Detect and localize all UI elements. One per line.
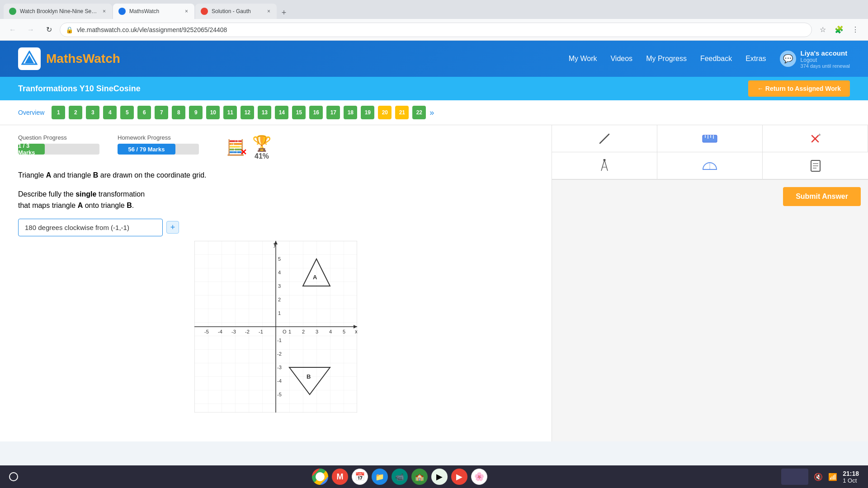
tab-3-title: Solution - Gauth (212, 8, 263, 14)
question-progress-label: Question Progress (18, 134, 99, 141)
taskbar-apps: M 📅 📁 📹 🏫 ▶ ▶ 🌸 (25, 469, 774, 485)
extensions-icon[interactable]: 🧩 (832, 23, 846, 37)
more-questions[interactable]: » (429, 108, 434, 117)
q-num-22[interactable]: 22 (412, 106, 426, 119)
url-text: vle.mathswatch.co.uk/vle/assignment/9252… (77, 26, 806, 33)
meet-app[interactable]: 📹 (392, 469, 408, 485)
tab-2[interactable]: MathsWatch × (113, 4, 194, 19)
address-bar[interactable]: 🔒 vle.mathswatch.co.uk/vle/assignment/92… (60, 23, 812, 37)
q-num-6[interactable]: 6 (137, 106, 151, 119)
tab-3[interactable]: Solution - Gauth × (195, 4, 277, 19)
svg-text:-1: -1 (277, 338, 282, 343)
tab-3-close[interactable]: × (266, 7, 271, 15)
nav-extras[interactable]: Extras (745, 55, 766, 63)
q-num-3[interactable]: 3 (86, 106, 99, 119)
q-num-17[interactable]: 17 (326, 106, 340, 119)
question-progress-value: 1 / 3 Marks (18, 144, 45, 155)
logout-link[interactable]: Logout (801, 57, 850, 63)
q-num-13[interactable]: 13 (258, 106, 271, 119)
youtube-app[interactable]: ▶ (451, 469, 467, 485)
q-num-12[interactable]: 12 (241, 106, 254, 119)
play-app[interactable]: ▶ (431, 469, 448, 485)
coordinate-grid: O x y 1 2 3 4 5 -1 -2 -3 -4 -5 1 2 (194, 241, 357, 413)
return-to-assigned-work-button[interactable]: ← Return to Assigned Work (748, 80, 850, 97)
browser-toolbar: ← → ↻ 🔒 vle.mathswatch.co.uk/vle/assignm… (0, 19, 868, 41)
taskbar-preview (781, 469, 808, 485)
main-nav: My Work Videos My Progress Feedback Extr… (569, 49, 850, 69)
triangle-a-label: A (46, 171, 52, 179)
nav-my-progress[interactable]: My Progress (646, 55, 687, 63)
trophy-section: 🏆 41% (252, 134, 271, 160)
protractor-tool[interactable] (657, 152, 763, 179)
nav-videos[interactable]: Videos (610, 55, 632, 63)
browser-chrome: Watch Brooklyn Nine-Nine Sea... × MathsW… (0, 0, 868, 41)
svg-point-46 (604, 159, 606, 161)
add-input-button[interactable]: + (166, 221, 179, 234)
q-num-10[interactable]: 10 (206, 106, 220, 119)
taskbar: M 📅 📁 📹 🏫 ▶ ▶ 🌸 🔇 📶 (0, 465, 868, 488)
nav-feedback[interactable]: Feedback (700, 55, 732, 63)
logo-icon (18, 47, 41, 70)
svg-text:-2: -2 (245, 329, 250, 334)
svg-text:+: + (818, 132, 821, 137)
svg-text:1: 1 (288, 329, 291, 334)
reload-button[interactable]: ↻ (42, 23, 56, 37)
new-tab-button[interactable]: + (278, 6, 290, 19)
q-num-4[interactable]: 4 (103, 106, 117, 119)
q-num-5[interactable]: 5 (120, 106, 134, 119)
back-button[interactable]: ← (5, 23, 20, 37)
svg-rect-36 (703, 135, 717, 142)
close-plus-tool[interactable]: + (763, 125, 868, 152)
q-num-19[interactable]: 19 (361, 106, 374, 119)
q-num-2[interactable]: 2 (69, 106, 82, 119)
q-num-15[interactable]: 15 (292, 106, 306, 119)
volume-icon[interactable]: 🔇 (814, 473, 823, 481)
gmail-app[interactable]: M (332, 469, 348, 485)
drive-app[interactable]: 📁 (372, 469, 388, 485)
svg-text:-4: -4 (277, 378, 282, 384)
q-num-18[interactable]: 18 (344, 106, 357, 119)
classroom-app[interactable]: 🏫 (411, 469, 428, 485)
overview-link[interactable]: Overview (18, 109, 44, 116)
q-num-9[interactable]: 9 (189, 106, 203, 119)
taskbar-right: 🔇 📶 21:18 1 Oct (781, 469, 859, 485)
q-num-7[interactable]: 7 (155, 106, 168, 119)
answer-input[interactable] (18, 219, 163, 236)
menu-icon[interactable]: ⋮ (848, 23, 863, 37)
assignment-bar: Tranformations Y10 SineCosine ← Return t… (0, 77, 868, 100)
svg-line-44 (601, 160, 604, 171)
q-num-20[interactable]: 20 (378, 106, 392, 119)
q-num-1[interactable]: 1 (52, 106, 65, 119)
q-num-14[interactable]: 14 (275, 106, 288, 119)
toolbar-icons: ☆ 🧩 ⋮ (816, 23, 863, 37)
question-text: Triangle A and triangle B are drawn on t… (18, 169, 533, 181)
account-name[interactable]: Liya's account (801, 49, 850, 57)
compass-tool[interactable] (552, 152, 657, 179)
chrome-app[interactable] (312, 469, 328, 485)
logo-maths: Maths (46, 52, 83, 66)
calendar-app[interactable]: 📅 (352, 469, 368, 485)
draw-tool[interactable] (552, 125, 657, 152)
svg-line-35 (600, 134, 609, 143)
ruler-tool[interactable] (657, 125, 763, 152)
tab-1-title: Watch Brooklyn Nine-Nine Sea... (20, 8, 98, 14)
tab-2-close[interactable]: × (184, 7, 189, 15)
q-num-11[interactable]: 11 (223, 106, 237, 119)
submit-answer-button[interactable]: Submit Answer (783, 187, 861, 206)
q-num-16[interactable]: 16 (309, 106, 323, 119)
homework-progress-label: Homework Progress (118, 134, 199, 141)
q-num-8[interactable]: 8 (172, 106, 185, 119)
svg-text:B: B (307, 373, 311, 380)
q-num-21[interactable]: 21 (395, 106, 409, 119)
account-section: 💬 Liya's account Logout 374 days until r… (780, 49, 850, 69)
homework-progress-block: Homework Progress 56 / 79 Marks (118, 134, 199, 155)
bookmark-icon[interactable]: ☆ (816, 23, 830, 37)
instruction-text: Describe fully the single transformation… (18, 188, 533, 211)
photos-app[interactable]: 🌸 (471, 469, 487, 485)
logo-watch: Watch (83, 52, 120, 66)
tab-1[interactable]: Watch Brooklyn Nine-Nine Sea... × (4, 4, 112, 19)
tab-1-close[interactable]: × (102, 7, 107, 15)
page-tool[interactable] (763, 152, 868, 179)
forward-button[interactable]: → (24, 23, 38, 37)
nav-my-work[interactable]: My Work (569, 55, 597, 63)
